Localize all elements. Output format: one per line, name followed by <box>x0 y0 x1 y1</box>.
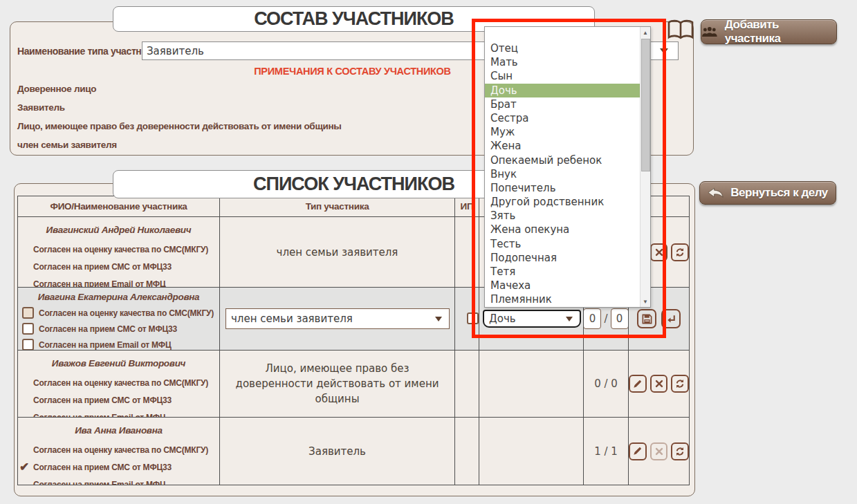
dropdown-option[interactable]: Брат <box>485 97 640 111</box>
dropdown-scrollbar[interactable]: ▲ ▼ <box>640 27 650 307</box>
ip-cell <box>455 418 479 485</box>
refresh-icon <box>674 378 685 389</box>
count-input-left[interactable] <box>584 308 601 329</box>
add-participant-button[interactable]: Добавить участника <box>701 19 837 44</box>
back-to-case-label: Вернуться к делу <box>730 186 827 200</box>
header-name: ФИО/Наименование участника <box>18 196 220 217</box>
consent-line: Согласен на прием СМС от МФЦ33 <box>33 463 172 472</box>
dropdown-option[interactable]: Отец <box>485 41 640 55</box>
dropdown-option[interactable]: Сестра <box>485 111 640 125</box>
refresh-button[interactable] <box>671 375 689 393</box>
relation-select-value: Дочь <box>484 312 516 325</box>
refresh-button[interactable] <box>671 243 689 261</box>
refresh-icon <box>674 247 685 258</box>
consent-line: Согласен на оценку качества по СМС(МКГУ) <box>39 308 214 318</box>
people-icon <box>701 26 718 38</box>
type-select-value: член семьи заявителя <box>226 312 353 325</box>
participants-page: СОСТАВ УЧАСТНИКОВ Наименование типа учас… <box>0 0 857 504</box>
scrollbar-thumb[interactable] <box>641 39 650 171</box>
ip-cell <box>455 217 479 288</box>
edit-button[interactable] <box>629 442 647 460</box>
table-row-2-name-cell: Ивагина Екатерина Александровна Согласен… <box>18 288 220 351</box>
ip-checkbox[interactable] <box>467 312 479 324</box>
participant-type: Лицо, имеющее право без доверенности дей… <box>220 351 455 418</box>
consent-checkbox[interactable] <box>22 307 34 319</box>
dropdown-option[interactable]: Попечитель <box>485 181 640 195</box>
ip-cell <box>455 351 479 418</box>
table-row-1-name-cell: Ивагинский Андрей Николаевич Согласен на… <box>18 217 220 288</box>
actions-cell <box>629 351 689 418</box>
x-icon <box>654 248 664 257</box>
note-item: член семьи заявителя <box>17 140 117 150</box>
header-type: Тип участника <box>220 196 455 217</box>
dropdown-option[interactable]: Мачеха <box>485 279 640 292</box>
participant-type-label: Наименование типа участника <box>17 46 157 57</box>
consent-line: Согласен на оценку качества по СМС(МКГУ) <box>33 241 219 258</box>
delete-button-disabled <box>650 442 668 460</box>
dropdown-option[interactable]: Другой родственник <box>485 195 640 209</box>
dropdown-option[interactable]: Тетя <box>485 265 640 279</box>
dropdown-option[interactable]: Сын <box>485 69 640 83</box>
dropdown-option[interactable]: Тесть <box>485 237 640 251</box>
actions-cell <box>629 418 689 485</box>
note-item: Заявитель <box>17 102 65 113</box>
consent-checkbox[interactable] <box>22 323 34 335</box>
table-row-4-name-cell: Ива Анна Ивановна Согласен на оценку кач… <box>18 418 220 485</box>
consent-line: Согласен на прием Email от МФЦ <box>33 409 219 418</box>
dropdown-option[interactable]: Жена опекуна <box>485 223 640 236</box>
chevron-down-icon <box>435 317 442 321</box>
dropdown-option[interactable]: Жена <box>485 139 640 153</box>
dropdown-option[interactable]: Муж <box>485 125 640 139</box>
count-value: 0 / 0 <box>584 351 629 418</box>
dropdown-option[interactable]: Подопечная <box>485 251 640 265</box>
refresh-button[interactable] <box>671 442 689 460</box>
scroll-up-icon[interactable]: ▲ <box>641 27 650 38</box>
composition-title: СОСТАВ УЧАСТНИКОВ <box>254 8 454 30</box>
participant-type: Заявитель <box>220 418 455 485</box>
dropdown-option[interactable]: Дочь <box>485 84 640 97</box>
chevron-down-icon <box>566 317 573 321</box>
consent-checkbox[interactable] <box>22 339 34 351</box>
dropdown-option[interactable]: Внук <box>485 167 640 181</box>
consent-line: Согласен на оценку качества по СМС(МКГУ) <box>33 374 219 391</box>
relation-dropdown-popup: ОтецМатьСынДочьБратСестраМужЖенаОпекаемы… <box>484 26 651 308</box>
count-value: 1 / 1 <box>584 418 629 485</box>
return-arrow-icon <box>665 313 677 325</box>
edit-button[interactable] <box>629 375 647 393</box>
consent-line: Согласен на прием Email от МФЦ <box>33 275 219 288</box>
dropdown-option[interactable]: Племянник <box>485 292 640 306</box>
note-item: Доверенное лицо <box>17 84 96 94</box>
participant-name: Иважов Евгений Викторович <box>18 358 219 368</box>
relation-cell <box>479 351 584 418</box>
dropdown-option[interactable]: Опекаемый ребенок <box>485 153 640 167</box>
dropdown-option[interactable]: Зять <box>485 209 640 223</box>
count-slash: / <box>604 312 607 325</box>
delete-button[interactable] <box>650 375 668 393</box>
x-icon <box>654 379 664 389</box>
count-input-right[interactable] <box>611 308 629 329</box>
add-participant-label: Добавить участника <box>725 18 836 46</box>
consent-line: Согласен на прием Email от МФЦ <box>33 476 219 485</box>
back-to-case-button[interactable]: Вернуться к делу <box>699 181 836 205</box>
participant-type-row-select[interactable]: член семьи заявителя <box>225 308 450 329</box>
table-row-3-name-cell: Иважов Евгений Викторович Согласен на оц… <box>18 351 220 418</box>
reference-book-icon[interactable] <box>667 19 694 44</box>
consent-line: Согласен на прием Email от МФЦ <box>39 340 171 350</box>
delete-button[interactable] <box>650 243 668 261</box>
checkmark-icon: ✔ <box>19 460 33 474</box>
chevron-down-icon <box>660 48 668 54</box>
dropdown-option-blank[interactable] <box>485 27 640 41</box>
pencil-icon <box>632 446 643 456</box>
dropdown-option[interactable]: Мать <box>485 55 640 69</box>
back-arrow-icon <box>708 187 724 198</box>
ip-cell-edit <box>455 288 479 351</box>
note-item: Лицо, имеющее право без доверенности дей… <box>17 121 342 131</box>
scroll-down-icon[interactable]: ▼ <box>641 296 650 307</box>
type-cell-edit: член семьи заявителя <box>220 288 455 351</box>
x-icon <box>654 447 664 456</box>
save-icon <box>641 313 653 325</box>
relation-select[interactable]: Дочь <box>483 310 581 328</box>
consent-line: Согласен на прием СМС от МФЦ33 <box>39 324 177 334</box>
save-button[interactable] <box>637 309 656 328</box>
cancel-edit-button[interactable] <box>661 309 681 328</box>
